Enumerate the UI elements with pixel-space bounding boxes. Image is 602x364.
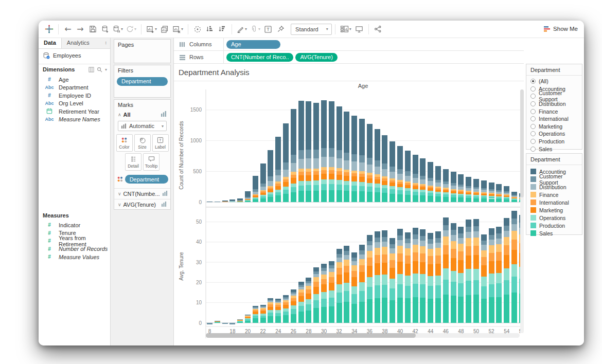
filter-option-all[interactable]: (All) (526, 78, 582, 85)
label-button[interactable]: T Label (152, 134, 169, 152)
bar-segment (306, 169, 311, 172)
filter-option-international[interactable]: International (526, 115, 582, 123)
horizontal-scrollbar[interactable] (206, 333, 520, 338)
field-item[interactable]: #Age (39, 76, 110, 84)
field-item[interactable]: #Measure Values (39, 253, 110, 261)
field-item[interactable]: #Number of Records (39, 245, 110, 253)
new-datasource-button[interactable] (99, 23, 111, 36)
bar-segment (413, 192, 418, 195)
field-item[interactable]: #Employee ID (39, 92, 110, 100)
bar-segment (321, 157, 327, 167)
search-icon[interactable] (97, 67, 102, 72)
fix-axes-pin-button[interactable] (274, 23, 287, 36)
sort-descending-button[interactable] (216, 23, 228, 36)
legend-item-marketing[interactable]: Marketing (526, 206, 582, 214)
bar-segment (260, 195, 266, 196)
legend-item-international[interactable]: International (526, 198, 582, 206)
marks-field-cnt[interactable]: ∨ CNT(Numbe... (114, 188, 170, 199)
bar-segment (489, 191, 494, 193)
group-members-button[interactable] (191, 23, 204, 36)
tab-data[interactable]: Data (39, 38, 62, 48)
column-field-header[interactable]: Age (206, 83, 520, 89)
bar-segment (237, 201, 243, 201)
undo-button[interactable]: ← (62, 23, 74, 36)
svg-text:T: T (267, 27, 270, 32)
fit-dropdown[interactable]: Standard ▾ (291, 24, 332, 35)
chevron-down-icon[interactable]: ▾ (105, 67, 107, 72)
bar-segment (337, 293, 342, 303)
new-worksheet-button[interactable]: ▾ (145, 23, 158, 36)
bar-segment (435, 194, 441, 196)
show-hide-cards-button[interactable]: ▾ (339, 23, 353, 36)
size-button[interactable]: Size (134, 134, 151, 152)
legend-item-sales[interactable]: Sales (526, 229, 582, 237)
columns-pill-age[interactable]: Age (226, 40, 280, 49)
bar-segment (420, 298, 426, 323)
bar-segment (458, 273, 464, 284)
bar-segment (351, 176, 357, 181)
filter-option-customersupport[interactable]: Customer Support (526, 93, 582, 100)
bar-segment (283, 123, 289, 162)
tooltip-button[interactable]: Tooltip (143, 153, 160, 171)
highlight-pen-button[interactable]: ▾ (235, 23, 249, 36)
tab-analytics[interactable]: Analytics (62, 38, 95, 48)
field-item[interactable]: AbcMeasure Names (39, 116, 110, 124)
bar-segment (291, 294, 296, 296)
pane-options-icon[interactable]: ↕ (105, 38, 111, 48)
sheet-title[interactable]: Department Analysis (179, 68, 250, 77)
presentation-mode-button[interactable] (353, 23, 365, 36)
filter-option-sales[interactable]: Sales (526, 145, 582, 153)
show-me-button[interactable]: Show Me (543, 23, 578, 35)
run-updates-button[interactable]: ▾ (125, 23, 138, 36)
count-chart-pane[interactable]: 050010001500Count of Number of Records (174, 89, 524, 207)
color-button[interactable]: Color (116, 134, 133, 152)
svg-text:500: 500 (193, 169, 202, 174)
horizontal-scrollbar-thumb[interactable] (206, 333, 416, 338)
vertical-scrollbar[interactable] (520, 89, 524, 333)
view-as-grid-icon[interactable] (88, 67, 94, 72)
field-item[interactable]: AbcOrg Level (39, 100, 110, 108)
legend-item-finance[interactable]: Finance (526, 191, 582, 198)
detail-button[interactable]: Detail (125, 153, 141, 171)
legend-item-production[interactable]: Production (526, 222, 582, 229)
filter-option-marketing[interactable]: Marketing (526, 123, 582, 131)
duplicate-sheet-button[interactable] (158, 23, 171, 36)
legend-item-operations[interactable]: Operations (526, 214, 582, 222)
bar-segment (367, 165, 373, 173)
show-mark-labels-button[interactable]: T (262, 23, 274, 36)
bar-segment (481, 188, 487, 190)
share-button[interactable] (372, 23, 384, 36)
bar-segment (215, 202, 220, 202)
filter-option-production[interactable]: Production (526, 138, 582, 145)
marks-pill-department[interactable]: Department (125, 175, 168, 184)
filter-pill-department[interactable]: Department (117, 77, 168, 86)
legend-item-customer-support[interactable]: Customer Support (526, 175, 582, 183)
bar-segment (397, 146, 403, 169)
bar-segment (428, 181, 433, 186)
field-item[interactable]: Retirement Year (39, 107, 110, 116)
bar-segment (397, 182, 403, 184)
rows-pill-cnt[interactable]: CNT(Number of Reco.. (226, 53, 293, 62)
bar-segment (344, 191, 349, 202)
bar-segment (435, 256, 441, 264)
field-item[interactable]: #Years from Retirement (39, 237, 110, 245)
paperclip-button[interactable]: ▾ (249, 23, 262, 36)
mark-type-dropdown[interactable]: Automatic ▾ (118, 121, 167, 131)
field-item[interactable]: #Indicator (39, 221, 110, 229)
rows-pill-avg[interactable]: AVG(Tenure) (295, 53, 337, 62)
bar-segment (344, 260, 349, 266)
marks-field-avg[interactable]: ∨ AVG(Tenure) (114, 199, 170, 210)
pause-updates-button[interactable]: ▾ (111, 23, 125, 36)
vertical-scrollbar-thumb[interactable] (520, 89, 524, 197)
tenure-chart-pane[interactable]: 01020304050Avg. Tenure818202224262830323… (174, 207, 524, 338)
filter-option-finance[interactable]: Finance (526, 107, 582, 115)
filter-option-operations[interactable]: Operations (526, 130, 582, 138)
clear-sheet-button[interactable]: ▾ (171, 23, 185, 36)
sort-ascending-button[interactable] (204, 23, 216, 36)
datasource-row[interactable]: Employees (43, 52, 81, 59)
marks-all-row[interactable]: ∧ All (114, 108, 170, 118)
save-button[interactable] (86, 23, 99, 36)
field-item[interactable]: AbcDepartment (39, 84, 110, 92)
bar-segment (435, 183, 441, 187)
redo-button[interactable]: → (74, 23, 86, 36)
